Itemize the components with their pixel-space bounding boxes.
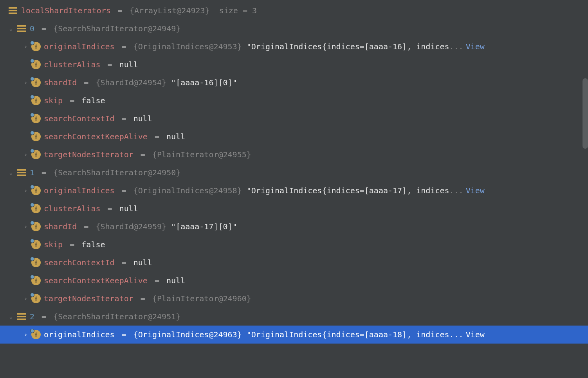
svg-rect-8: [17, 175, 26, 176]
tree-row[interactable]: ›fskip = false: [0, 92, 588, 110]
field-value: null: [133, 114, 152, 123]
variable-type: {SearchShardIterator@24951}: [53, 312, 180, 321]
row-content: originalIndices = {OriginalIndices@24958…: [44, 186, 485, 195]
row-content: targetNodesIterator = {PlainIterator@249…: [44, 294, 251, 303]
variable-name: localShardIterators: [21, 6, 111, 15]
field-string: "[aaaa-16][0]": [171, 78, 237, 87]
view-link[interactable]: View: [466, 42, 485, 51]
tree-row[interactable]: ⌄ 2 = {SearchShardIterator@24951}: [0, 308, 588, 326]
field-value: null: [119, 204, 138, 213]
tree-row[interactable]: ⌄ 1 = {SearchShardIterator@24950}: [0, 164, 588, 182]
field-type: {OriginalIndices@24963}: [133, 330, 242, 339]
list-icon: [16, 23, 27, 34]
size-label: size = 3: [210, 6, 257, 15]
equals: =: [113, 6, 127, 15]
equals: =: [37, 168, 51, 177]
field-name: searchContextKeepAlive: [44, 132, 148, 141]
svg-rect-1: [9, 10, 17, 11]
field-type: {OriginalIndices@24953}: [133, 42, 242, 51]
tree-row[interactable]: ›ftargetNodesIterator = {PlainIterator@2…: [0, 146, 588, 164]
field-icon: f: [31, 276, 41, 285]
field-icon: f: [31, 294, 41, 303]
equals: =: [103, 60, 117, 69]
chevron-right-icon[interactable]: ›: [22, 223, 30, 230]
row-content: clusterAlias = null: [44, 60, 138, 69]
field-icon: f: [31, 240, 41, 249]
chevron-right-icon[interactable]: ›: [22, 43, 30, 50]
equals: =: [136, 294, 150, 303]
svg-rect-3: [17, 25, 26, 27]
row-content: shardId = {ShardId@24954} "[aaaa-16][0]": [44, 78, 237, 87]
equals: =: [117, 186, 131, 195]
field-icon: f: [31, 330, 41, 339]
chevron-down-icon[interactable]: ⌄: [7, 169, 15, 176]
svg-rect-7: [17, 172, 26, 173]
field-type: {ShardId@24954}: [96, 78, 166, 87]
field-icon: f: [31, 132, 41, 141]
index-label: 2: [30, 312, 34, 321]
tree-row[interactable]: ›fshardId = {ShardId@24959} "[aaaa-17][0…: [0, 218, 588, 236]
field-type: {PlainIterator@24960}: [152, 294, 251, 303]
equals: =: [37, 24, 51, 33]
svg-rect-2: [9, 13, 17, 14]
scrollbar[interactable]: [583, 78, 588, 149]
tree-row[interactable]: › localShardIterators = {ArrayList@24923…: [0, 2, 588, 20]
tree-row[interactable]: ›fclusterAlias = null: [0, 200, 588, 218]
tree-row[interactable]: ›fsearchContextId = null: [0, 110, 588, 128]
variable-type: {SearchShardIterator@24950}: [53, 168, 180, 177]
tree-row[interactable]: ›fskip = false: [0, 236, 588, 254]
row-content: clusterAlias = null: [44, 204, 138, 213]
svg-rect-11: [17, 319, 26, 320]
tree-row[interactable]: ⌄ 0 = {SearchShardIterator@24949}: [0, 20, 588, 38]
field-name: originalIndices: [44, 186, 115, 195]
tree-row[interactable]: ›fsearchContextId = null: [0, 254, 588, 272]
field-name: targetNodesIterator: [44, 294, 133, 303]
row-content: 1 = {SearchShardIterator@24950}: [30, 168, 180, 177]
row-content: searchContextId = null: [44, 114, 152, 123]
variable-type: {ArrayList@24923}: [130, 6, 210, 15]
row-content: searchContextKeepAlive = null: [44, 276, 185, 285]
tree-row[interactable]: ›fclusterAlias = null: [0, 56, 588, 74]
field-icon: f: [31, 78, 41, 87]
tree-row[interactable]: ›fshardId = {ShardId@24954} "[aaaa-16][0…: [0, 74, 588, 92]
field-name: skip: [44, 96, 63, 105]
tree-row[interactable]: ›foriginalIndices = {OriginalIndices@249…: [0, 182, 588, 200]
equals: =: [150, 276, 164, 285]
field-name: shardId: [44, 222, 77, 231]
equals: =: [37, 312, 51, 321]
chevron-right-icon[interactable]: ›: [22, 295, 30, 302]
chevron-down-icon[interactable]: ⌄: [7, 25, 15, 32]
chevron-right-icon[interactable]: ›: [22, 331, 30, 338]
svg-rect-5: [17, 31, 26, 32]
equals: =: [117, 114, 131, 123]
svg-rect-9: [17, 313, 26, 315]
field-value: null: [166, 276, 185, 285]
field-value: null: [133, 258, 152, 267]
tree-row[interactable]: ›foriginalIndices = {OriginalIndices@249…: [0, 38, 588, 56]
tree-row[interactable]: ›fsearchContextKeepAlive = null: [0, 272, 588, 290]
chevron-down-icon[interactable]: ⌄: [7, 313, 15, 320]
chevron-right-icon[interactable]: ›: [22, 187, 30, 194]
field-type: {OriginalIndices@24958}: [133, 186, 242, 195]
chevron-right-icon[interactable]: ›: [22, 151, 30, 158]
view-link[interactable]: View: [466, 186, 485, 195]
field-name: searchContextKeepAlive: [44, 276, 148, 285]
field-icon: f: [31, 42, 41, 51]
tree-row[interactable]: ›fsearchContextKeepAlive = null: [0, 128, 588, 146]
tree-row[interactable]: ›ftargetNodesIterator = {PlainIterator@2…: [0, 290, 588, 308]
field-value: false: [81, 240, 105, 249]
chevron-right-icon[interactable]: ›: [22, 79, 30, 86]
view-link[interactable]: View: [466, 330, 485, 339]
field-value: null: [166, 132, 185, 141]
tree-row[interactable]: ›foriginalIndices = {OriginalIndices@249…: [0, 326, 588, 344]
svg-rect-4: [17, 28, 26, 29]
field-icon: f: [31, 222, 41, 231]
field-string: "[aaaa-17][0]": [171, 222, 237, 231]
equals: =: [150, 132, 164, 141]
equals: =: [79, 78, 93, 87]
ellipsis: ...: [449, 330, 464, 339]
field-value: false: [81, 96, 105, 105]
list-icon: [16, 167, 27, 178]
row-content: targetNodesIterator = {PlainIterator@249…: [44, 150, 251, 159]
field-string: "OriginalIndices{indices=[aaaa-17], indi…: [247, 186, 449, 195]
